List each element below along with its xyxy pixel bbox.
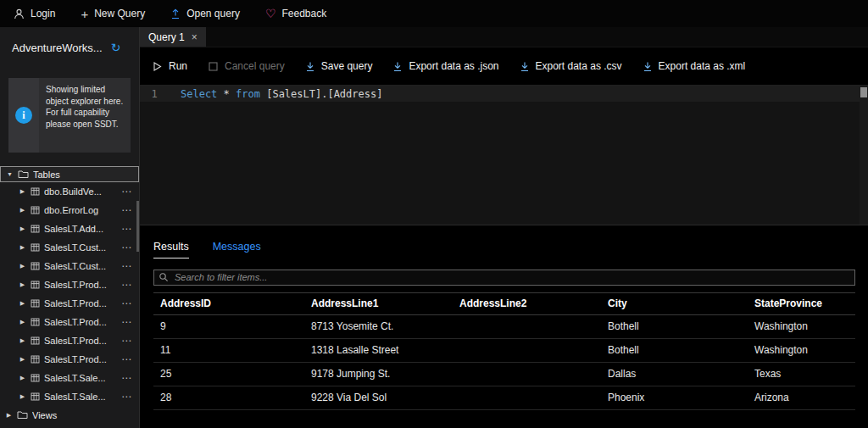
chevron-right-icon[interactable]: ▶ <box>19 319 26 325</box>
chevron-right-icon[interactable]: ▶ <box>19 393 26 400</box>
editor-tabstrip: Query 1 × <box>140 27 868 47</box>
table-icon <box>31 281 40 289</box>
folder-icon <box>18 170 29 179</box>
table-row[interactable]: 9 8713 Yosemite Ct. Bothell Washington <box>153 315 855 339</box>
more-options-icon[interactable]: ⋯ <box>121 223 132 235</box>
download-icon <box>520 61 530 72</box>
table-tree-item[interactable]: ▶ SalesLT.Sale... ⋯ <box>0 369 139 387</box>
cell: Texas <box>748 368 855 380</box>
open-query-label: Open query <box>186 8 240 19</box>
more-options-icon[interactable]: ⋯ <box>121 297 132 309</box>
table-tree-item[interactable]: ▶ SalesLT.Cust... ⋯ <box>0 238 139 257</box>
chevron-right-icon[interactable]: ▶ <box>19 375 26 381</box>
new-query-label: New Query <box>94 8 145 19</box>
login-button[interactable]: Login <box>14 8 55 19</box>
column-header[interactable]: AddressID <box>153 297 304 309</box>
chevron-right-icon[interactable]: ▶ <box>19 225 26 232</box>
search-icon <box>159 272 169 282</box>
run-button[interactable]: Run <box>152 60 187 72</box>
save-query-button[interactable]: Save query <box>305 60 373 72</box>
table-row[interactable]: 28 9228 Via Del Sol Phoenix Arizona <box>153 386 855 410</box>
column-header[interactable]: StateProvince <box>748 297 855 309</box>
table-name: dbo.ErrorLog <box>44 205 117 215</box>
chevron-right-icon[interactable]: ▶ <box>19 356 26 363</box>
table-icon <box>31 355 40 364</box>
more-options-icon[interactable]: ⋯ <box>121 186 132 197</box>
login-label: Login <box>31 8 55 19</box>
table-tree-item[interactable]: ▶ dbo.BuildVe... ⋯ <box>0 182 139 201</box>
table-tree-item[interactable]: ▶ SalesLT.Prod... ⋯ <box>0 294 139 313</box>
cell: Bothell <box>601 344 748 356</box>
views-node[interactable]: ▶ Views <box>0 407 139 423</box>
tab-query-1[interactable]: Query 1 × <box>140 27 206 47</box>
chevron-right-icon[interactable]: ▶ <box>19 263 26 270</box>
export-csv-button[interactable]: Export data as .csv <box>520 60 622 72</box>
sidebar-scrollbar[interactable] <box>136 201 139 252</box>
column-header[interactable]: City <box>601 297 748 309</box>
chevron-right-icon[interactable]: ▶ <box>19 188 26 195</box>
export-json-button[interactable]: Export data as .json <box>392 60 498 72</box>
cell: 8713 Yosemite Ct. <box>304 320 453 332</box>
more-options-icon[interactable]: ⋯ <box>121 335 132 347</box>
main-panel: Query 1 × Run Cancel query S <box>140 27 868 428</box>
column-header[interactable]: AddressLine2 <box>453 297 601 309</box>
views-label: Views <box>32 410 136 420</box>
refresh-icon[interactable]: ↻ <box>111 41 121 54</box>
table-tree-item[interactable]: ▶ SalesLT.Add... ⋯ <box>0 220 139 238</box>
stop-icon <box>208 61 219 72</box>
table-name: SalesLT.Prod... <box>44 317 117 327</box>
code-line[interactable]: 1 Select * from [SalesLT].[Address] <box>140 86 868 102</box>
table-tree-item[interactable]: ▶ dbo.ErrorLog ⋯ <box>0 201 139 220</box>
more-options-icon[interactable]: ⋯ <box>121 242 132 253</box>
table-tree-item[interactable]: ▶ SalesLT.Prod... ⋯ <box>0 313 139 331</box>
table-row[interactable]: 25 9178 Jumping St. Dallas Texas <box>153 363 855 386</box>
editor-scrollbar[interactable] <box>860 86 868 225</box>
table-icon <box>31 299 40 308</box>
table-icon <box>31 392 40 401</box>
table-tree-item[interactable]: ▶ SalesLT.Prod... ⋯ <box>0 350 139 369</box>
chevron-right-icon[interactable]: ▶ <box>19 207 26 214</box>
table-icon <box>31 262 40 270</box>
table-tree-item[interactable]: ▶ SalesLT.Prod... ⋯ <box>0 331 139 350</box>
tables-list: ▶ dbo.BuildVe... ⋯ ▶ dbo.ErrorLog ⋯ ▶ Sa… <box>0 182 139 406</box>
feedback-button[interactable]: ♡ Feedback <box>265 8 326 19</box>
table-name: SalesLT.Sale... <box>44 392 117 402</box>
sql-editor[interactable]: 1 Select * from [SalesLT].[Address] <box>140 85 868 225</box>
chevron-right-icon[interactable]: ▶ <box>19 281 26 288</box>
folder-icon <box>17 410 28 420</box>
table-name: dbo.BuildVe... <box>44 186 117 197</box>
more-options-icon[interactable]: ⋯ <box>121 279 132 291</box>
table-tree-item[interactable]: ▶ SalesLT.Sale... ⋯ <box>0 387 139 406</box>
more-options-icon[interactable]: ⋯ <box>121 260 132 272</box>
open-query-button[interactable]: Open query <box>170 8 240 19</box>
column-header[interactable]: AddressLine1 <box>304 297 453 309</box>
tab-results[interactable]: Results <box>153 241 189 258</box>
tab-messages[interactable]: Messages <box>213 241 261 258</box>
table-tree-item[interactable]: ▶ SalesLT.Cust... ⋯ <box>0 257 139 275</box>
export-xml-button[interactable]: Export data as .xml <box>643 60 746 72</box>
cell: Dallas <box>601 368 748 380</box>
scrollbar-thumb[interactable] <box>860 87 867 97</box>
more-options-icon[interactable]: ⋯ <box>121 316 132 328</box>
line-number: 1 <box>140 88 169 100</box>
tables-node[interactable]: ▼ Tables <box>0 166 139 182</box>
chevron-down-icon[interactable]: ▼ <box>6 171 14 177</box>
chevron-right-icon[interactable]: ▶ <box>19 300 26 307</box>
more-options-icon[interactable]: ⋯ <box>121 391 132 403</box>
chevron-right-icon[interactable]: ▶ <box>5 412 13 419</box>
close-icon[interactable]: × <box>192 31 198 43</box>
table-tree-item[interactable]: ▶ SalesLT.Prod... ⋯ <box>0 275 139 294</box>
cancel-query-button: Cancel query <box>208 60 285 72</box>
person-icon <box>14 8 25 19</box>
more-options-icon[interactable]: ⋯ <box>121 204 132 216</box>
chevron-right-icon[interactable]: ▶ <box>19 244 26 251</box>
chevron-right-icon[interactable]: ▶ <box>19 337 26 344</box>
table-row[interactable]: 11 1318 Lasalle Street Bothell Washingto… <box>153 339 855 363</box>
new-query-button[interactable]: + New Query <box>81 8 145 20</box>
results-grid: AddressIDAddressLine1AddressLine2CitySta… <box>153 292 855 410</box>
more-options-icon[interactable]: ⋯ <box>121 372 132 384</box>
upload-icon <box>170 8 181 19</box>
more-options-icon[interactable]: ⋯ <box>121 353 132 365</box>
search-input[interactable] <box>153 270 855 286</box>
cell: 28 <box>153 392 304 403</box>
